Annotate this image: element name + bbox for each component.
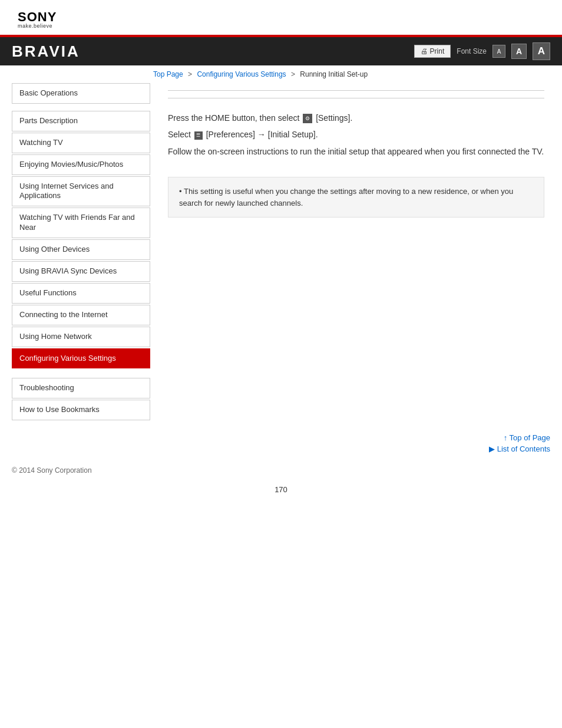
- bravia-title: BRAVIA: [12, 42, 80, 61]
- print-icon: 🖨: [421, 47, 428, 55]
- settings-icon: ⚙: [303, 114, 312, 123]
- instructions: Press the HOME button, then select ⚙ [Se…: [168, 106, 544, 171]
- sidebar-item-troubleshooting[interactable]: Troubleshooting: [12, 378, 150, 398]
- note-text: This setting is useful when you change t…: [179, 186, 533, 209]
- print-button[interactable]: 🖨 Print: [414, 45, 451, 58]
- breadcrumb-sep2: >: [291, 70, 295, 78]
- sidebar-item-other-devices[interactable]: Using Other Devices: [12, 239, 150, 260]
- instruction-line-2: Select ☰ [Preferences] → [Initial Setup]…: [168, 128, 544, 141]
- font-size-large-button[interactable]: A: [533, 42, 550, 60]
- header-controls: 🖨 Print Font Size A A A: [414, 42, 550, 60]
- sidebar-item-bookmarks[interactable]: How to Use Bookmarks: [12, 400, 150, 420]
- breadcrumb-top-page[interactable]: Top Page: [153, 70, 183, 78]
- breadcrumb: Top Page > Configuring Various Settings …: [0, 65, 562, 83]
- content-area: Press the HOME button, then select ⚙ [Se…: [162, 83, 550, 421]
- sidebar-item-parts-description[interactable]: Parts Description: [12, 111, 150, 131]
- sidebar-item-basic-operations[interactable]: Basic Operations: [12, 83, 150, 104]
- font-size-label: Font Size: [457, 47, 487, 55]
- top-divider2: [168, 98, 544, 98]
- instruction-line-1: Press the HOME button, then select ⚙ [Se…: [168, 111, 544, 124]
- sidebar: Basic Operations Parts Description Watch…: [12, 83, 150, 421]
- sony-tagline: make.believe: [18, 24, 544, 29]
- sony-logo: SONY make.believe: [18, 11, 544, 29]
- sidebar-item-watching-tv[interactable]: Watching TV: [12, 133, 150, 153]
- font-size-small-button[interactable]: A: [492, 45, 505, 58]
- copyright: © 2014 Sony Corporation: [0, 462, 562, 479]
- sidebar-item-bravia-sync[interactable]: Using BRAVIA Sync Devices: [12, 261, 150, 282]
- breadcrumb-current: Running Initial Set-up: [300, 70, 368, 78]
- sidebar-item-useful-functions[interactable]: Useful Functions: [12, 283, 150, 304]
- logo-area: SONY make.believe: [0, 0, 562, 35]
- breadcrumb-sep1: >: [188, 70, 192, 78]
- sidebar-item-connecting-internet[interactable]: Connecting to the Internet: [12, 305, 150, 325]
- sony-brand: SONY: [18, 11, 544, 24]
- prefs-icon: ☰: [194, 131, 203, 140]
- sidebar-item-enjoying-movies[interactable]: Enjoying Movies/Music/Photos: [12, 154, 150, 175]
- top-divider: [168, 90, 544, 91]
- sidebar-item-watching-friends[interactable]: Watching TV with Friends Far and Near: [12, 207, 150, 238]
- sidebar-item-home-network[interactable]: Using Home Network: [12, 327, 150, 347]
- sidebar-item-internet-services[interactable]: Using Internet Services and Applications: [12, 176, 150, 207]
- sidebar-item-configuring-settings[interactable]: Configuring Various Settings: [12, 348, 150, 369]
- footer-links: Top of Page List of Contents: [0, 421, 562, 462]
- font-size-medium-button[interactable]: A: [511, 44, 527, 59]
- print-label: Print: [430, 47, 445, 55]
- page-number: 170: [0, 479, 562, 506]
- note-box: This setting is useful when you change t…: [168, 177, 544, 218]
- main-layout: Basic Operations Parts Description Watch…: [0, 83, 562, 421]
- top-of-page-link[interactable]: Top of Page: [153, 433, 550, 442]
- instruction-line-3: Follow the on-screen instructions to run…: [168, 145, 544, 158]
- breadcrumb-configuring[interactable]: Configuring Various Settings: [197, 70, 286, 78]
- header-bar: BRAVIA 🖨 Print Font Size A A A: [0, 35, 562, 65]
- list-of-contents-link[interactable]: List of Contents: [153, 444, 550, 453]
